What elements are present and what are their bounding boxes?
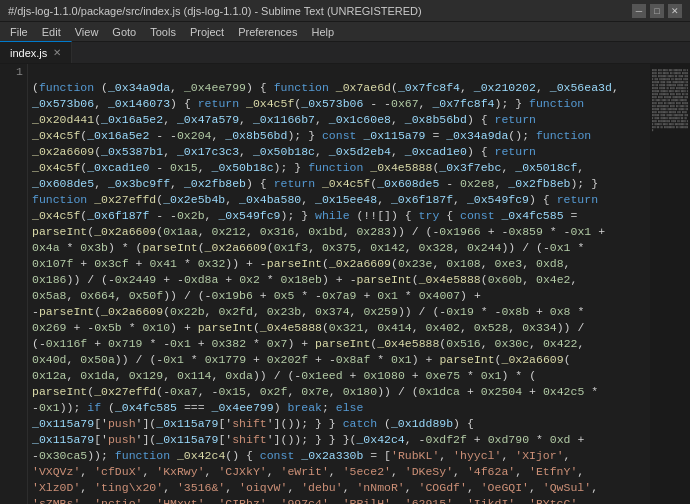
code-area[interactable]: (function (_0x34a9da, _0x4ee799) { funct… <box>28 64 650 504</box>
maximize-button[interactable]: □ <box>650 4 664 18</box>
menu-file[interactable]: File <box>4 24 34 40</box>
menu-goto[interactable]: Goto <box>106 24 142 40</box>
menu-edit[interactable]: Edit <box>36 24 67 40</box>
tab-index-js[interactable]: index.js ✕ <box>0 41 72 63</box>
minimize-button[interactable]: ─ <box>632 4 646 18</box>
menu-preferences[interactable]: Preferences <box>232 24 303 40</box>
code-line-1: (function (_0x34a9da, _0x4ee799) { funct… <box>32 64 646 80</box>
menu-view[interactable]: View <box>69 24 105 40</box>
title-bar: #/djs-log-1.1.0/package/src/index.js (dj… <box>0 0 690 22</box>
tab-close-icon[interactable]: ✕ <box>53 47 61 58</box>
tab-label: index.js <box>10 47 47 59</box>
menu-help[interactable]: Help <box>305 24 340 40</box>
menu-tools[interactable]: Tools <box>144 24 182 40</box>
line-number-1: 1 <box>4 64 23 80</box>
line-numbers: 1 <box>0 64 28 504</box>
menu-bar: File Edit View Goto Tools Project Prefer… <box>0 22 690 42</box>
title-text: #/djs-log-1.1.0/package/src/index.js (dj… <box>8 5 422 17</box>
close-button[interactable]: ✕ <box>668 4 682 18</box>
tab-bar: index.js ✕ <box>0 42 690 64</box>
window-controls: ─ □ ✕ <box>632 4 682 18</box>
minimap: ████ ███ ████ ███ ███████ ██ █████ ███ █… <box>650 64 690 504</box>
menu-project[interactable]: Project <box>184 24 230 40</box>
minimap-content: ████ ███ ████ ███ ███████ ██ █████ ███ █… <box>650 64 690 137</box>
editor-container: 1 (function (_0x34a9da, _0x4ee799) { fun… <box>0 64 690 504</box>
